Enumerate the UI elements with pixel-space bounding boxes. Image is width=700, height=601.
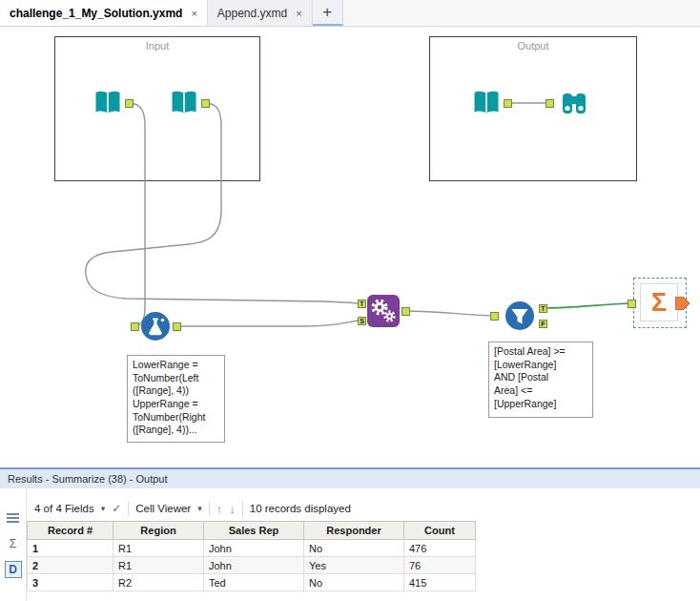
toolbar-separator xyxy=(209,502,210,516)
input-data-tool-2[interactable] xyxy=(168,87,200,123)
formula-flask-icon xyxy=(139,310,172,342)
formula-input-anchor[interactable] xyxy=(131,322,139,331)
cell-region[interactable]: R1 xyxy=(113,557,204,574)
apply-check-icon[interactable]: ✓ xyxy=(112,502,121,515)
grid-lines-icon xyxy=(7,513,19,524)
cell-count[interactable]: 476 xyxy=(404,540,476,557)
records-displayed-label: 10 records displayed xyxy=(250,503,351,514)
cell-count[interactable]: 76 xyxy=(404,557,476,574)
results-main: 4 of 4 Fields ▾ ✓ Cell Viewer ▾ ↑ ↓ 10 r… xyxy=(27,488,700,601)
output-input-data-tool[interactable] xyxy=(470,87,503,123)
results-view-sidebar: Σ D xyxy=(0,488,27,601)
cell-salesrep[interactable]: John xyxy=(204,557,304,574)
filter-input-anchor[interactable] xyxy=(490,312,499,321)
append-fields-tool[interactable] xyxy=(366,294,401,332)
toolbar-separator xyxy=(128,502,129,516)
chevron-down-icon[interactable]: ▾ xyxy=(197,504,202,513)
column-header-record[interactable]: Record # xyxy=(28,522,113,540)
fields-dropdown[interactable]: 4 of 4 Fields xyxy=(34,503,94,514)
formula-output-anchor[interactable] xyxy=(173,322,181,331)
tab-label: challenge_1_My_Solution.yxmd xyxy=(10,7,182,20)
filter-true-output-anchor[interactable]: T xyxy=(539,304,547,313)
table-row: 1 R1 John No 476 xyxy=(28,540,476,557)
table-row: 3 R2 Ted No 415 xyxy=(28,574,476,591)
data-view-icon[interactable]: D xyxy=(5,561,22,578)
append-fields-gears-icon xyxy=(366,294,401,328)
filter-annotation: [Postal Area] >= [LowerRange] AND [Posta… xyxy=(488,342,593,418)
column-header-responder[interactable]: Responder xyxy=(304,522,404,540)
tab-challenge-solution[interactable]: challenge_1_My_Solution.yxmd × xyxy=(0,0,208,26)
cell-salesrep[interactable]: Ted xyxy=(204,574,304,591)
table-row: 2 R1 John Yes 76 xyxy=(28,557,476,574)
input1-output-anchor[interactable] xyxy=(125,99,134,108)
input-data-tool-1[interactable] xyxy=(92,87,124,123)
document-tab-bar: challenge_1_My_Solution.yxmd × Append.yx… xyxy=(0,0,700,27)
column-header-region[interactable]: Region xyxy=(113,522,204,540)
input2-output-anchor[interactable] xyxy=(201,99,210,108)
close-icon[interactable]: × xyxy=(296,8,301,19)
cell-responder[interactable]: No xyxy=(304,540,404,557)
cell-region[interactable]: R2 xyxy=(113,574,204,591)
browse-tool[interactable] xyxy=(558,87,590,123)
new-tab-button[interactable]: + xyxy=(313,0,343,26)
filter-funnel-icon xyxy=(504,300,536,332)
cell-viewer-dropdown[interactable]: Cell Viewer xyxy=(135,503,191,514)
metadata-view-icon[interactable] xyxy=(5,509,22,527)
browse-input-anchor[interactable] xyxy=(546,99,554,108)
input-data-icon xyxy=(92,87,124,119)
cell-record-num[interactable]: 1 xyxy=(28,540,113,557)
append-input-anchor-s[interactable]: S xyxy=(358,317,366,325)
summary-view-icon[interactable]: Σ xyxy=(5,535,22,552)
input-data-icon xyxy=(168,87,200,119)
tab-label: Append.yxmd xyxy=(217,7,287,20)
tab-append[interactable]: Append.yxmd × xyxy=(208,0,313,26)
append-output-anchor[interactable] xyxy=(401,307,410,316)
browse-binoculars-icon xyxy=(558,87,590,119)
filter-tool[interactable] xyxy=(504,300,536,336)
formula-tool[interactable] xyxy=(139,310,172,346)
arrow-up-icon[interactable]: ↑ xyxy=(216,502,223,516)
results-toolbar: 4 of 4 Fields ▾ ✓ Cell Viewer ▾ ↑ ↓ 10 r… xyxy=(27,496,700,521)
results-panel-body: Σ D 4 of 4 Fields ▾ ✓ Cell Viewer ▾ ↑ ↓ … xyxy=(0,488,700,601)
close-icon[interactable]: × xyxy=(191,8,196,19)
cell-responder[interactable]: Yes xyxy=(304,557,404,574)
filter-false-output-anchor[interactable]: F xyxy=(539,320,547,328)
output-input-output-anchor[interactable] xyxy=(504,99,512,108)
results-table: Record # Region Sales Rep Responder Coun… xyxy=(27,521,476,591)
cell-region[interactable]: R1 xyxy=(113,540,204,557)
cell-record-num[interactable]: 3 xyxy=(28,574,113,591)
formula-annotation: LowerRange = ToNumber(Left ([Range], 4))… xyxy=(127,355,225,443)
workflow-canvas[interactable]: Input Output xyxy=(0,27,700,467)
table-header-row: Record # Region Sales Rep Responder Coun… xyxy=(28,522,476,540)
output-arrow-icon xyxy=(675,297,690,310)
cell-count[interactable]: 415 xyxy=(404,574,476,591)
toolbar-separator xyxy=(242,502,243,516)
cell-responder[interactable]: No xyxy=(304,574,404,591)
results-panel-header[interactable]: Results - Summarize (38) - Output xyxy=(0,467,700,488)
append-input-anchor-t[interactable]: T xyxy=(358,300,366,308)
summarize-sigma-icon: Σ xyxy=(651,290,667,316)
chevron-down-icon[interactable]: ▾ xyxy=(101,504,106,513)
arrow-down-icon[interactable]: ↓ xyxy=(229,502,236,516)
cell-salesrep[interactable]: John xyxy=(204,540,304,557)
column-header-salesrep[interactable]: Sales Rep xyxy=(204,522,304,540)
cell-record-num[interactable]: 2 xyxy=(28,557,113,574)
summarize-tool[interactable]: Σ xyxy=(640,283,678,321)
summarize-output-anchor[interactable] xyxy=(675,297,690,314)
summarize-input-anchor[interactable] xyxy=(628,300,636,308)
column-header-count[interactable]: Count xyxy=(404,522,476,540)
input-data-icon xyxy=(470,87,503,119)
